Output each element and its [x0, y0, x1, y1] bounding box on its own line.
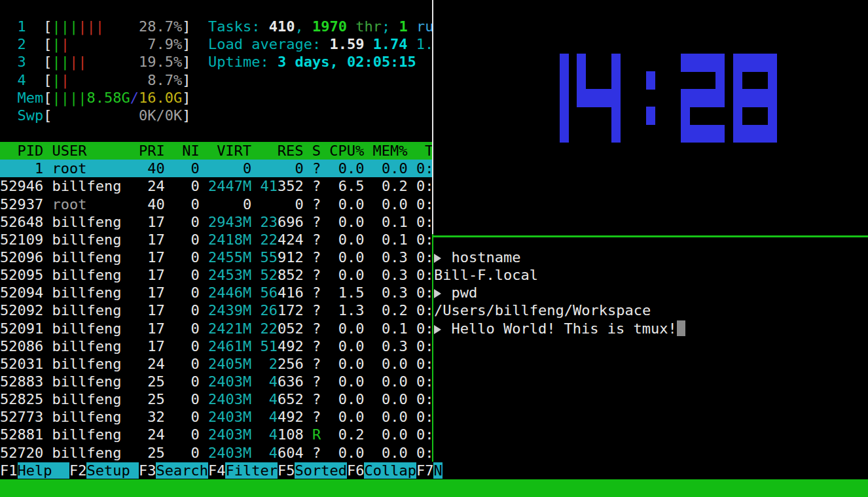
fkey-key-f2: F2	[69, 462, 87, 479]
fkey-label-f3[interactable]: Search	[156, 462, 208, 479]
process-row-52937[interactable]: 52937 root 40 0 0 0 ? 0.0 0.0 0:	[0, 196, 433, 213]
virt-cell: 2403M	[208, 391, 251, 407]
process-row-52086[interactable]: 52086 billfeng 17 0 2461M 51492 ? 0.0 0.…	[0, 337, 433, 355]
time-cell: 0:	[416, 320, 434, 337]
virt-cell: 2461M	[208, 338, 251, 354]
pid-cell: 1	[0, 160, 43, 177]
res-cell-lo: 424	[278, 231, 304, 248]
process-row-52109[interactable]: 52109 billfeng 17 0 2418M 22424 ? 0.0 0.…	[0, 231, 433, 248]
time-cell: 0:	[416, 356, 434, 372]
cpu-percent: 28.7%	[139, 18, 182, 35]
user-cell: billfeng	[52, 338, 130, 354]
mem-bar-used: ||||	[52, 90, 87, 106]
pid-cell: 52648	[0, 214, 43, 230]
command-text: Hello World! This is tmux!	[443, 320, 677, 337]
user-cell: billfeng	[52, 302, 130, 318]
cpu-meter-2: 2 [|| 7.9%] Load average: 1.59 1.74 1.	[0, 35, 433, 53]
shell-line: Hello World! This is tmux!	[434, 320, 685, 337]
process-row-52881[interactable]: 52881 billfeng 24 0 2403M 4108 R 0.2 0.0…	[0, 426, 433, 443]
time-cell: 0:	[416, 338, 434, 354]
user-cell: billfeng	[52, 214, 130, 230]
fkey-key-f7: F7	[416, 462, 434, 479]
process-row-52095[interactable]: 52095 billfeng 17 0 2453M 52852 ? 0.0 0.…	[0, 266, 433, 284]
virt-cell: 2403M	[208, 373, 251, 390]
cpu-bar-green: ||	[52, 54, 70, 70]
tmux-status-bar: [0] 0:bash 1:bash 2:bash- 3:bash* "Bill-…	[0, 479, 868, 497]
user-cell: billfeng	[52, 391, 130, 407]
fkey-label-f6[interactable]: Collap	[364, 462, 416, 479]
swp-value: 0K/0K	[139, 107, 182, 124]
pid-cell: 52092	[0, 302, 43, 318]
res-cell-lo: 852	[278, 267, 304, 283]
block-cursor	[677, 320, 685, 336]
state-cell: R	[312, 426, 321, 443]
state-cell: ?	[312, 267, 321, 283]
user-cell: billfeng	[52, 231, 130, 248]
time-cell: 0:	[416, 409, 434, 425]
time-cell: 0:	[416, 160, 434, 177]
cpu-meter-4: 4 [|| 8.7%]	[0, 71, 190, 89]
state-cell: ?	[312, 284, 321, 301]
fkey-key-f6: F6	[347, 462, 365, 479]
mem-meter: Mem[||||8.58G/16.0G]	[0, 89, 190, 107]
user-cell: billfeng	[52, 267, 130, 283]
state-cell: ?	[312, 178, 321, 194]
process-row-52096[interactable]: 52096 billfeng 17 0 2455M 55912 ? 0.0 0.…	[0, 248, 433, 266]
user-cell: billfeng	[52, 373, 130, 390]
res-cell-lo: 172	[278, 302, 304, 318]
res-cell-lo: 636	[278, 373, 304, 390]
fkey-label-f4[interactable]: Filter	[225, 462, 277, 479]
process-row-52773[interactable]: 52773 billfeng 32 0 2403M 4492 ? 0.0 0.0…	[0, 408, 433, 426]
virt-cell: 2446M	[208, 284, 251, 301]
process-row-52883[interactable]: 52883 billfeng 25 0 2403M 4636 ? 0.0 0.0…	[0, 373, 433, 390]
process-table-header[interactable]: PID USER PRI NI VIRT RES S CPU% MEM% T	[0, 142, 433, 160]
virt-cell: 2943M	[208, 214, 251, 230]
process-row-1[interactable]: 1 root 40 0 0 0 ? 0.0 0.0 0:	[0, 160, 433, 177]
res-cell-lo: 108	[278, 426, 304, 443]
user-cell: root	[52, 196, 130, 213]
swp-meter: Swp[ 0K/0K]	[0, 107, 190, 124]
prompt-arrow-icon	[434, 325, 441, 334]
process-row-52031[interactable]: 52031 billfeng 24 0 2405M 2256 ? 0.0 0.0…	[0, 355, 433, 373]
res-cell-lo: 652	[278, 391, 304, 407]
user-cell: billfeng	[52, 178, 130, 194]
state-cell: ?	[312, 373, 321, 390]
res-cell-hi: 4	[269, 373, 278, 390]
state-cell: ?	[312, 391, 321, 407]
pid-cell: 52825	[0, 391, 43, 407]
fkey-label-f2[interactable]: Setup	[86, 462, 138, 479]
time-cell: 0:	[416, 302, 434, 318]
fkey-label-f5[interactable]: Sorted	[295, 462, 346, 479]
pid-cell: 52937	[0, 196, 43, 213]
process-row-52091[interactable]: 52091 billfeng 17 0 2421M 22052 ? 0.0 0.…	[0, 320, 433, 337]
res-cell-lo: 492	[278, 409, 304, 425]
virt-cell: 2403M	[208, 409, 251, 425]
fkey-label-f1[interactable]: Help	[18, 462, 69, 479]
shell-pane[interactable]: hostnameBill-F.local pwd/Users/billfeng/…	[434, 0, 868, 479]
virt-cell: 2455M	[208, 249, 251, 266]
pid-cell: 52720	[0, 445, 43, 461]
virt-cell: 2453M	[208, 267, 251, 283]
pid-cell: 52109	[0, 231, 43, 248]
virt-cell: 2421M	[208, 320, 251, 337]
process-row-52648[interactable]: 52648 billfeng 17 0 2943M 23696 ? 0.0 0.…	[0, 213, 433, 231]
time-cell: 0:	[416, 373, 434, 390]
res-cell-hi: 51	[260, 338, 278, 354]
cpu-bar-green: |	[52, 36, 61, 52]
pid-cell: 52881	[0, 426, 43, 443]
process-row-52825[interactable]: 52825 billfeng 25 0 2403M 4652 ? 0.0 0.0…	[0, 390, 433, 408]
output-text: /Users/billfeng/Workspace	[434, 302, 651, 318]
res-cell-hi: 4	[269, 409, 278, 425]
fkey-key-f1: F1	[0, 462, 18, 479]
process-row-52720[interactable]: 52720 billfeng 25 0 2403M 4604 ? 0.0 0.0…	[0, 444, 433, 462]
state-cell: ?	[312, 214, 321, 230]
process-row-52094[interactable]: 52094 billfeng 17 0 2446M 56416 ? 1.5 0.…	[0, 284, 433, 301]
state-cell: ?	[312, 338, 321, 354]
fkey-bar: F1Help F2Setup F3SearchF4FilterF5SortedF…	[0, 462, 443, 479]
time-cell: 0:	[416, 196, 434, 213]
process-row-52946[interactable]: 52946 billfeng 24 0 2447M 41352 ? 6.5 0.…	[0, 177, 433, 195]
pid-cell: 52094	[0, 284, 43, 301]
htop-pane[interactable]: 1 [|||||| 28.7%] Tasks: 410, 1970 thr; 1…	[0, 0, 443, 479]
process-row-52092[interactable]: 52092 billfeng 17 0 2439M 26172 ? 1.3 0.…	[0, 301, 433, 319]
virt-cell: 2405M	[208, 356, 251, 372]
